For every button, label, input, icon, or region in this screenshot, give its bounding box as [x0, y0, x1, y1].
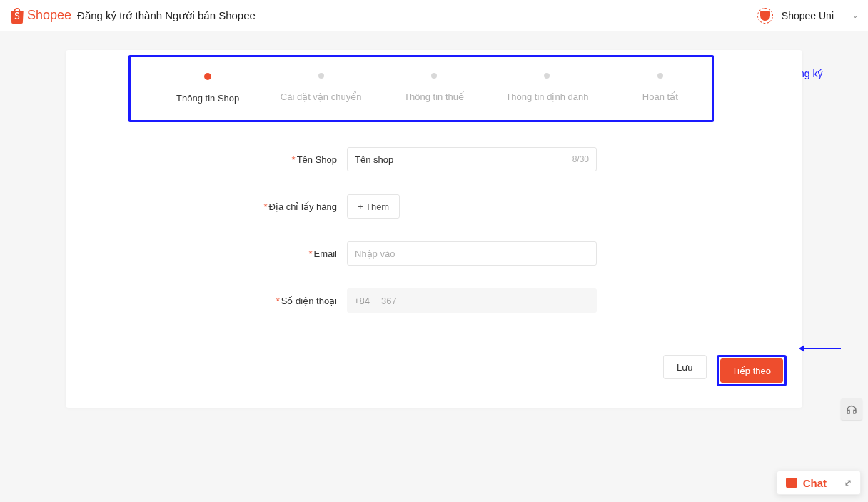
save-button[interactable]: Lưu — [663, 355, 706, 379]
address-label: *Địa chỉ lấy hàng — [66, 201, 347, 212]
shop-name-value: Tên shop — [355, 154, 393, 165]
uni-label: Shopee Uni — [782, 10, 834, 21]
step-dot-icon — [657, 73, 663, 79]
step-dot-icon — [318, 73, 324, 79]
chat-icon — [786, 478, 797, 488]
shopee-bag-icon — [10, 8, 24, 24]
step-tax[interactable]: Thông tin thuế — [378, 73, 490, 102]
row-address: *Địa chỉ lấy hàng + Thêm — [66, 194, 802, 219]
headset-icon — [845, 403, 858, 416]
step-dot-icon — [431, 73, 437, 79]
brand-text: Shopee — [27, 8, 71, 23]
row-phone: *Số điện thoại +84 367 — [66, 288, 802, 313]
support-button[interactable] — [841, 398, 862, 420]
chat-widget[interactable]: Chat ⤢ — [777, 471, 861, 495]
registration-form: *Tên Shop Tên shop 8/30 *Địa chỉ lấy hàn… — [66, 141, 802, 313]
shop-name-counter: 8/30 — [572, 154, 589, 164]
annotation-arrow-2 — [801, 348, 841, 349]
step-complete[interactable]: Hoàn tất — [604, 73, 717, 102]
phone-prefix: +84 — [354, 296, 370, 306]
step-label: Thông tin thuế — [404, 91, 464, 102]
phone-value: 367 — [381, 296, 397, 306]
email-placeholder: Nhập vào — [355, 249, 395, 259]
shop-name-input[interactable]: Tên shop 8/30 — [347, 147, 597, 171]
step-dot-icon — [204, 73, 211, 80]
step-dot-icon — [544, 73, 550, 79]
email-input[interactable]: Nhập vào — [347, 241, 597, 266]
row-shop-name: *Tên Shop Tên shop 8/30 — [66, 147, 802, 171]
form-footer: Lưu Tiếp theo — [66, 336, 802, 386]
phone-label: *Số điện thoại — [66, 296, 347, 306]
next-button[interactable]: Tiếp theo — [720, 358, 784, 383]
step-identity[interactable]: Thông tin định danh — [490, 73, 603, 102]
chat-label: Chat — [803, 477, 827, 489]
shopee-logo[interactable]: Shopee — [10, 8, 71, 24]
step-label: Thông tin định danh — [505, 91, 588, 102]
email-label: *Email — [66, 249, 347, 259]
shop-name-label: *Tên Shop — [66, 154, 347, 165]
step-label: Hoàn tất — [642, 91, 678, 102]
next-button-highlight: Tiếp theo — [717, 355, 787, 386]
row-email: *Email Nhập vào — [66, 241, 802, 266]
app-header: Shopee Đăng ký trở thành Người bán Shope… — [0, 0, 868, 31]
header-left: Shopee Đăng ký trở thành Người bán Shope… — [10, 8, 256, 24]
step-label: Cài đặt vận chuyển — [281, 91, 362, 102]
main-card: Thông tin Shop Cài đặt vận chuyển Thông … — [66, 50, 802, 408]
add-address-button[interactable]: + Thêm — [347, 194, 400, 219]
chevron-down-icon: ⌄ — [852, 11, 858, 19]
phone-input[interactable]: +84 367 — [347, 288, 597, 313]
page-title: Đăng ký trở thành Người bán Shopee — [77, 9, 256, 22]
stepper: Thông tin Shop Cài đặt vận chuyển Thông … — [66, 50, 802, 121]
uni-menu[interactable]: Shopee Uni ⌄ — [756, 6, 858, 25]
step-shop-info[interactable]: Thông tin Shop — [151, 73, 264, 104]
uni-badge-icon — [756, 6, 774, 25]
step-shipping[interactable]: Cài đặt vận chuyển — [264, 73, 377, 102]
expand-icon[interactable]: ⤢ — [837, 478, 852, 488]
step-label: Thông tin Shop — [176, 93, 239, 104]
